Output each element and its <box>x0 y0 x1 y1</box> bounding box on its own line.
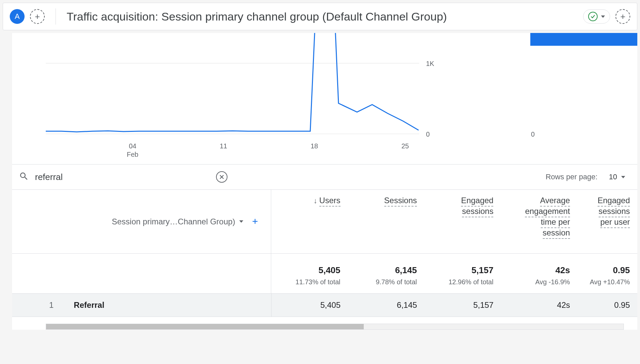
column-header-avg-engagement[interactable]: Averageengagementtime persession <box>501 190 577 253</box>
total-engaged-per-user: 0.95 Avg +10.47% <box>577 254 637 293</box>
search-icon <box>19 171 29 183</box>
bar-chart-partial[interactable] <box>530 33 637 46</box>
x-tick-11: 11 <box>220 142 227 150</box>
bar-chart-zero-label: 0 <box>531 131 535 138</box>
line-chart-area: 1K 0 04 Feb 11 18 25 0 <box>12 33 637 164</box>
page-title: Traffic acquisition: Session primary cha… <box>67 10 578 23</box>
clear-search-button[interactable] <box>216 171 227 183</box>
total-avg-engagement: 42s Avg -16.9% <box>501 254 577 293</box>
column-header-users[interactable]: ↓Users <box>271 190 348 253</box>
dimension-label: Session primary…Channel Group) <box>112 217 235 226</box>
x-sublabel-feb: Feb <box>127 151 138 158</box>
line-chart[interactable] <box>46 33 419 141</box>
y-tick-0: 0 <box>426 131 430 138</box>
dimension-dropdown[interactable]: Session primary…Channel Group) <box>112 217 243 226</box>
x-tick-04: 04 <box>129 142 136 150</box>
add-comparison-button[interactable]: + <box>30 9 45 24</box>
totals-row: 5,405 11.73% of total 6,145 9.78% of tot… <box>12 254 637 294</box>
total-users: 5,405 11.73% of total <box>271 254 348 293</box>
x-tick-18: 18 <box>311 142 318 150</box>
row-index: 1 <box>49 300 54 310</box>
add-secondary-dimension-button[interactable] <box>249 216 261 227</box>
sort-down-icon: ↓ <box>314 196 317 205</box>
cell-avg-engagement: 42s <box>501 294 577 317</box>
user-avatar[interactable]: A <box>10 9 25 24</box>
add-button-right[interactable]: + <box>615 9 630 24</box>
total-engaged-sessions: 5,157 12.96% of total <box>424 254 501 293</box>
y-tick-1k: 1K <box>426 60 434 68</box>
column-header-engaged-sessions[interactable]: Engagedsessions <box>424 190 501 253</box>
cell-users: 5,405 <box>272 294 348 317</box>
plus-icon: + <box>35 11 40 22</box>
check-circle-icon <box>588 12 598 21</box>
total-sessions: 6,145 9.78% of total <box>348 254 424 293</box>
plus-icon: + <box>620 11 625 22</box>
rows-per-page-select[interactable]: 10 <box>604 173 631 181</box>
cell-engaged-sessions: 5,157 <box>424 294 501 317</box>
chevron-down-icon <box>621 176 625 178</box>
column-header-engaged-per-user[interactable]: Engagedsessionsper user <box>577 190 637 253</box>
horizontal-scrollbar[interactable] <box>46 324 624 330</box>
row-name: Referral <box>74 300 104 310</box>
content-panel: 1K 0 04 Feb 11 18 25 0 Rows per page: 10… <box>12 33 637 330</box>
status-dropdown[interactable] <box>583 9 610 24</box>
dimension-header-cell: Session primary…Channel Group) <box>12 190 271 253</box>
table-row[interactable]: 1 Referral 5,405 6,145 5,157 42s 0.95 <box>12 294 637 317</box>
search-row: Rows per page: 10 <box>12 164 637 190</box>
row-dimension-cell: 1 Referral <box>12 294 272 317</box>
column-header-sessions[interactable]: Sessions <box>348 190 424 253</box>
header-bar: A + Traffic acquisition: Session primary… <box>3 3 637 30</box>
search-input[interactable] <box>35 172 210 182</box>
cell-sessions: 6,145 <box>348 294 424 317</box>
data-table: Session primary…Channel Group) ↓Users Se… <box>12 190 637 317</box>
chevron-down-icon <box>601 15 605 18</box>
x-tick-25: 25 <box>401 142 409 150</box>
totals-dimension-cell <box>12 254 271 293</box>
rows-per-page-value: 10 <box>609 173 617 181</box>
separator <box>56 8 56 25</box>
scrollbar-thumb[interactable] <box>46 324 364 329</box>
rows-per-page-label: Rows per page: <box>545 173 597 181</box>
table-header-row: Session primary…Channel Group) ↓Users Se… <box>12 190 637 254</box>
cell-engaged-per-user: 0.95 <box>577 294 637 317</box>
chevron-down-icon <box>239 220 243 223</box>
